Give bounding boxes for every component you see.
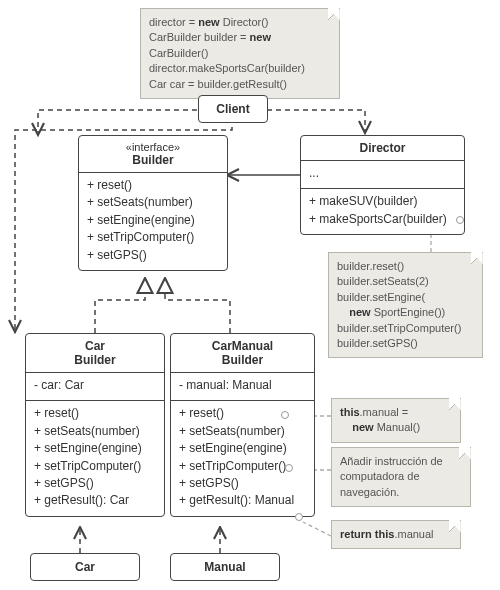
connector-circle	[295, 513, 303, 521]
builder-methods: + reset() + setSeats(number) + setEngine…	[79, 173, 227, 270]
manualbuilder-method: + setEngine(engine)	[179, 440, 306, 457]
manualbuilder-title: CarManualBuilder	[171, 334, 314, 373]
carbuilder-method: + setTripComputer()	[34, 458, 156, 475]
director-methods: + makeSUV(builder) + makeSportsCar(build…	[301, 189, 464, 234]
builder-interface: «interface» Builder + reset() + setSeats…	[78, 135, 228, 271]
carbuilder-method: + getResult(): Car	[34, 492, 156, 509]
director-code-note: builder.reset() builder.setSeats(2) buil…	[328, 252, 483, 358]
connector-circle	[281, 411, 289, 419]
builder-stereotype: «interface»	[85, 141, 221, 153]
builder-method: + setSeats(number)	[87, 194, 219, 211]
manual-class: Manual	[170, 553, 280, 581]
director-class: Director ... + makeSUV(builder) + makeSp…	[300, 135, 465, 235]
client-title: Client	[216, 102, 249, 116]
builder-method: + setTripComputer()	[87, 229, 219, 246]
builder-method: + setEngine(engine)	[87, 212, 219, 229]
director-method: + makeSUV(builder)	[309, 193, 456, 210]
connector-circle	[285, 464, 293, 472]
builder-method: + setGPS()	[87, 247, 219, 264]
manualbuilder-fields: - manual: Manual	[171, 373, 314, 401]
car-class: Car	[30, 553, 140, 581]
client-class: Client	[198, 95, 268, 123]
client-code-note: director = new Director() CarBuilder bui…	[140, 8, 340, 99]
director-method: + makeSportsCar(builder)	[309, 211, 456, 228]
builder-title: «interface» Builder	[79, 136, 227, 173]
connector-circle	[456, 216, 464, 224]
manualbuilder-method: + getResult(): Manual	[179, 492, 306, 509]
director-title: Director	[301, 136, 464, 161]
carbuilder-method: + reset()	[34, 405, 156, 422]
carbuilder-method: + setSeats(number)	[34, 423, 156, 440]
manualbuilder-method: + setSeats(number)	[179, 423, 306, 440]
manualbuilder-method: + setGPS()	[179, 475, 306, 492]
carbuilder-title: CarBuilder	[26, 334, 164, 373]
trip-note: Añadir instrucción de computadora de nav…	[331, 447, 471, 507]
manual-title: Manual	[204, 560, 245, 574]
car-title: Car	[75, 560, 95, 574]
builder-method: + reset()	[87, 177, 219, 194]
carbuilder-fields: - car: Car	[26, 373, 164, 401]
carbuilder-method: + setEngine(engine)	[34, 440, 156, 457]
carbuilder-class: CarBuilder - car: Car + reset() + setSea…	[25, 333, 165, 517]
carbuilder-methods: + reset() + setSeats(number) + setEngine…	[26, 401, 164, 515]
manualbuilder-methods: + reset() + setSeats(number) + setEngine…	[171, 401, 314, 515]
reset-note: this.manual = new Manual()	[331, 398, 461, 443]
carbuilder-method: + setGPS()	[34, 475, 156, 492]
result-note: return this.manual	[331, 520, 461, 549]
director-fields: ...	[301, 161, 464, 189]
manualbuilder-class: CarManualBuilder - manual: Manual + rese…	[170, 333, 315, 517]
